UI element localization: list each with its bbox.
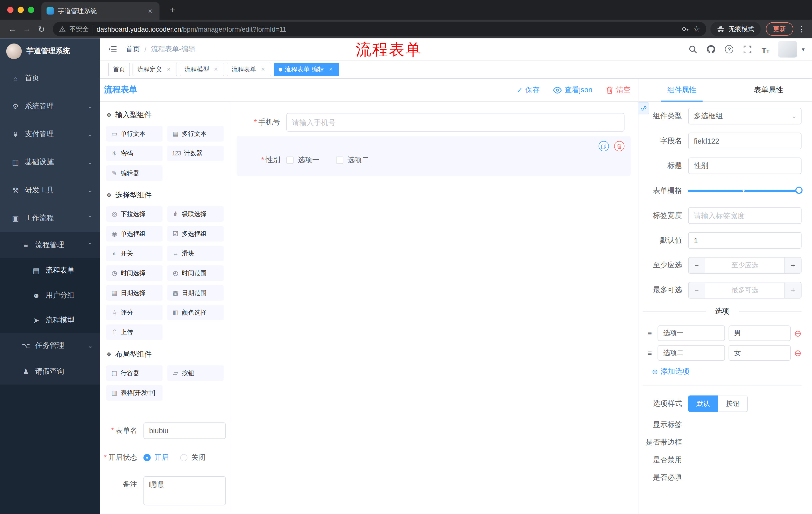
new-tab-button[interactable]: + — [166, 3, 179, 17]
component-chip-slider[interactable]: ↔滑块 — [167, 246, 224, 261]
update-button[interactable]: 更新 — [766, 22, 793, 36]
component-chip-button[interactable]: ▱按钮 — [167, 366, 224, 381]
tag-process-definition[interactable]: 流程定义 × — [133, 63, 177, 76]
tag-process-model[interactable]: 流程模型 × — [180, 63, 224, 76]
github-icon[interactable] — [706, 44, 716, 54]
status-on-radio[interactable]: 开启 — [143, 453, 169, 462]
address-bar[interactable]: 不安全 dashboard.yudao.iocoder.cn/bpm/manag… — [53, 22, 706, 36]
component-type-select[interactable] — [688, 108, 802, 125]
tag-process-form-edit[interactable]: 流程表单-编辑 × — [274, 63, 339, 76]
forward-icon[interactable]: → — [20, 22, 34, 36]
component-chip-table[interactable]: ▥表格[开发中] — [106, 385, 163, 401]
status-off-radio[interactable]: 关闭 — [180, 453, 205, 462]
link-badge-icon[interactable] — [638, 102, 649, 114]
gender-option-2-checkbox[interactable]: 选项二 — [336, 155, 369, 165]
slider-handle[interactable] — [795, 187, 803, 194]
password-key-icon[interactable] — [681, 25, 689, 33]
tag-close-icon[interactable]: × — [260, 66, 267, 73]
remove-option-icon[interactable]: ⊖ — [794, 349, 802, 357]
save-button[interactable]: ✓ 保存 — [517, 85, 540, 94]
option-label-input[interactable] — [658, 345, 725, 361]
decrease-button[interactable]: − — [689, 258, 705, 273]
tag-close-icon[interactable]: × — [165, 66, 172, 73]
title-input[interactable] — [688, 158, 802, 174]
browser-menu-icon[interactable]: ⋮ — [796, 24, 807, 34]
browser-tab[interactable]: 芋道管理系统 × — [41, 2, 160, 20]
component-chip-multi-text[interactable]: ▤多行文本 — [167, 126, 224, 141]
sidebar-item-process-management[interactable]: ≡ 流程管理 ⌃ — [0, 232, 100, 258]
font-size-icon[interactable]: TT — [760, 44, 771, 54]
sidebar-item-system[interactable]: ⚙ 系统管理 ⌄ — [0, 92, 100, 120]
clear-button[interactable]: 清空 — [606, 85, 631, 94]
zoom-window-button[interactable] — [28, 7, 34, 13]
reload-icon[interactable]: ↻ — [34, 22, 49, 36]
sidebar-item-user-group[interactable]: ☻ 用户分组 — [0, 283, 100, 308]
sidebar-item-task-management[interactable]: ⌥ 任务管理 ⌄ — [0, 333, 100, 359]
add-option-button[interactable]: ⊕ 添加选项 — [652, 367, 802, 376]
sidebar-item-leave-query[interactable]: ♟ 请假查询 — [0, 359, 100, 384]
component-chip-rate[interactable]: ☆评分 — [106, 305, 163, 320]
increase-button[interactable]: + — [784, 258, 801, 273]
component-chip-editor[interactable]: ✎编辑器 — [106, 165, 163, 181]
remove-option-icon[interactable]: ⊖ — [794, 329, 802, 338]
phone-input[interactable] — [286, 113, 625, 132]
option-value-input[interactable] — [728, 345, 790, 361]
option-value-input[interactable] — [728, 325, 790, 341]
copy-field-icon[interactable] — [599, 141, 609, 152]
sidebar-item-payment[interactable]: ¥ 支付管理 ⌄ — [0, 120, 100, 148]
decrease-button[interactable]: − — [689, 282, 705, 298]
minimize-window-button[interactable] — [18, 7, 24, 13]
fullscreen-icon[interactable] — [742, 44, 752, 54]
tab-component-props[interactable]: 组件属性 — [638, 79, 725, 101]
drag-handle-icon[interactable]: ≡ — [646, 329, 654, 337]
delete-field-icon[interactable] — [614, 141, 624, 152]
help-icon[interactable]: ? — [724, 44, 734, 54]
bookmark-star-icon[interactable]: ☆ — [693, 24, 700, 34]
search-icon[interactable] — [688, 44, 698, 54]
component-chip-switch[interactable]: ◐开关 — [106, 246, 163, 261]
increase-button[interactable]: + — [784, 282, 801, 298]
tab-close-icon[interactable]: × — [146, 7, 154, 15]
style-button-button[interactable]: 按钮 — [718, 396, 748, 412]
component-chip-single-text[interactable]: ▭单行文本 — [106, 126, 163, 141]
avatar-caret-icon[interactable]: ▾ — [802, 46, 805, 53]
sidebar-item-workflow[interactable]: ▣ 工作流程 ⌃ — [0, 204, 100, 232]
sidebar-item-infrastructure[interactable]: ▥ 基础设施 ⌄ — [0, 148, 100, 176]
sidebar-item-home[interactable]: ⌂ 首页 — [0, 64, 100, 92]
tab-form-props[interactable]: 表单属性 — [725, 79, 812, 101]
remark-textarea[interactable]: 嘿嘿 — [143, 476, 226, 505]
tag-close-icon[interactable]: × — [212, 66, 220, 73]
app-logo-row[interactable]: 芋道管理系统 — [0, 38, 100, 64]
component-chip-counter[interactable]: 123计数器 — [167, 145, 224, 161]
drag-handle-icon[interactable]: ≡ — [646, 349, 654, 357]
component-chip-color-picker[interactable]: ◧颜色选择 — [167, 305, 224, 320]
sidebar-item-process-model[interactable]: ➤ 流程模型 — [0, 308, 100, 333]
style-default-button[interactable]: 默认 — [688, 396, 718, 412]
component-chip-time-picker[interactable]: ◷时间选择 — [106, 265, 163, 281]
component-chip-checkbox-group[interactable]: ☑多选框组 — [167, 226, 224, 242]
gender-option-1-checkbox[interactable]: 选项一 — [286, 155, 320, 165]
field-name-input[interactable] — [688, 133, 802, 150]
slider-track[interactable] — [688, 189, 802, 192]
sidebar-item-process-form[interactable]: ▤ 流程表单 — [0, 258, 100, 283]
tag-close-icon[interactable]: × — [327, 66, 335, 73]
user-avatar[interactable] — [779, 41, 797, 58]
label-width-input[interactable] — [688, 207, 802, 224]
sidebar-item-devtools[interactable]: ⚒ 研发工具 ⌄ — [0, 176, 100, 204]
breadcrumb-home[interactable]: 首页 — [126, 45, 140, 54]
min-select-value[interactable]: 至少应选 — [705, 258, 784, 273]
component-chip-time-range[interactable]: ◴时间范围 — [167, 265, 224, 281]
option-label-input[interactable] — [658, 325, 725, 341]
component-chip-row-container[interactable]: ▢行容器 — [106, 366, 163, 381]
view-json-button[interactable]: 查看json — [553, 85, 592, 94]
form-name-input[interactable] — [143, 423, 226, 439]
component-chip-radio-group[interactable]: ◉单选框组 — [106, 226, 163, 242]
component-chip-cascader[interactable]: ⋔级联选择 — [167, 206, 224, 222]
form-canvas[interactable]: *手机号 — [230, 102, 638, 514]
component-chip-password[interactable]: ✳密码 — [106, 145, 163, 161]
component-chip-date-picker[interactable]: ▦日期选择 — [106, 285, 163, 301]
grid-slider[interactable] — [688, 182, 802, 199]
component-chip-upload[interactable]: ⇧上传 — [106, 324, 163, 340]
component-chip-dropdown[interactable]: ◎下拉选择 — [106, 206, 163, 222]
tag-home[interactable]: 首页 — [108, 63, 130, 76]
